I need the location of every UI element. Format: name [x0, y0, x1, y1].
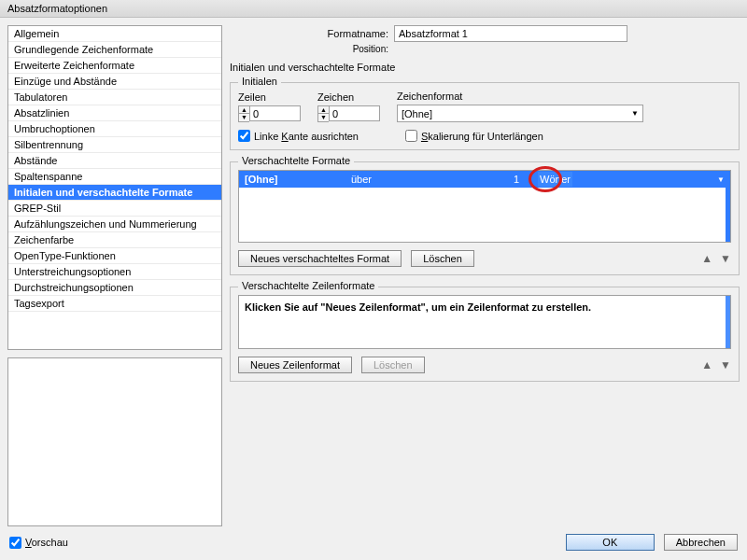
sidebar-item[interactable]: Unterstreichungsoptionen	[8, 264, 221, 280]
section-title: Initialen und verschachtelte Formate	[230, 62, 740, 73]
cancel-button[interactable]: Abbrechen	[664, 534, 738, 551]
main-panel: Formatname: Position: Initialen und vers…	[230, 25, 740, 526]
nested-format-row[interactable]: [Ohne] über 1 Wörter ▼	[239, 171, 730, 188]
sidebar-item[interactable]: Erweiterte Zeichenformate	[8, 58, 221, 74]
zeichenformat-select[interactable]: [Ohne] ▼	[397, 105, 643, 122]
preview-checkbox[interactable]: Vorschau	[9, 537, 68, 549]
zeichen-input[interactable]	[329, 105, 380, 121]
sidebar-item[interactable]: Aufzählungszeichen und Nummerierung	[8, 217, 221, 232]
left-edge-check-input[interactable]	[238, 130, 250, 142]
dialog-footer: Vorschau OK Abbrechen	[0, 526, 747, 560]
zeilen-input[interactable]	[249, 105, 301, 121]
preview-area	[7, 357, 222, 526]
sidebar-item[interactable]: Silbentrennung	[8, 137, 221, 153]
new-nested-format-button[interactable]: Neues verschachteltes Format	[238, 250, 402, 267]
zeilen-label: Zeilen	[238, 91, 301, 103]
nested-legend: Verschachtelte Formate	[238, 155, 354, 166]
sidebar-item[interactable]: Grundlegende Zeichenformate	[8, 42, 221, 58]
dialog-window: Absatzformatoptionen AllgemeinGrundlegen…	[0, 0, 747, 560]
sidebar-item[interactable]: Spaltenspanne	[8, 169, 221, 185]
new-line-format-button[interactable]: Neues Zeilenformat	[238, 357, 352, 373]
zeichen-label: Zeichen	[317, 91, 380, 103]
nested-row-through[interactable]: über	[351, 174, 444, 185]
sidebar-item[interactable]: Durchstreichungsoptionen	[8, 280, 221, 296]
sidebar: AllgemeinGrundlegende ZeichenformateErwe…	[7, 25, 222, 526]
zeichen-spinner[interactable]: ▲▼	[317, 105, 329, 122]
selection-bar	[726, 171, 730, 242]
nested-lines-legend: Verschachtelte Zeilenformate	[238, 280, 378, 291]
sidebar-item[interactable]: Umbruchoptionen	[8, 121, 221, 137]
zeilen-spinner[interactable]: ▲▼	[238, 105, 249, 122]
chevron-down-icon: ▼	[631, 109, 639, 118]
chevron-down-icon[interactable]: ▼	[717, 175, 725, 184]
move-up-icon[interactable]: ▲	[701, 358, 712, 371]
position-label: Position:	[286, 44, 388, 54]
sidebar-item[interactable]: Einzüge und Abstände	[8, 74, 221, 90]
nested-lines-placeholder: Klicken Sie auf "Neues Zeilenformat", um…	[245, 301, 591, 313]
spinner-up-icon[interactable]: ▲	[239, 106, 249, 114]
delete-nested-format-button[interactable]: Löschen	[411, 250, 474, 267]
spinner-down-icon[interactable]: ▼	[239, 114, 249, 121]
category-list[interactable]: AllgemeinGrundlegende ZeichenformateErwe…	[7, 25, 222, 350]
sidebar-item[interactable]: Zeichenfarbe	[8, 232, 221, 248]
sidebar-item[interactable]: Initialen und verschachtelte Formate	[8, 185, 221, 201]
nested-row-unit[interactable]: Wörter	[538, 172, 572, 187]
formatname-input[interactable]	[394, 25, 627, 42]
spinner-up-icon[interactable]: ▲	[318, 106, 329, 114]
move-up-icon[interactable]: ▲	[701, 252, 712, 265]
sidebar-item[interactable]: Tabulatoren	[8, 90, 221, 105]
scale-check-input[interactable]	[405, 130, 417, 142]
spinner-down-icon[interactable]: ▼	[318, 114, 329, 121]
sidebar-item[interactable]: GREP-Stil	[8, 201, 221, 217]
nested-lines-fieldset: Verschachtelte Zeilenformate Klicken Sie…	[230, 287, 740, 382]
sidebar-item[interactable]: Abstände	[8, 153, 221, 169]
scale-descenders-checkbox[interactable]: Skalierung für Unterlängen	[405, 130, 543, 142]
nested-row-format[interactable]: [Ohne]	[239, 174, 351, 185]
selection-bar	[726, 296, 730, 348]
nested-lines-list[interactable]: Klicken Sie auf "Neues Zeilenformat", um…	[238, 295, 731, 349]
sidebar-item[interactable]: OpenType-Funktionen	[8, 248, 221, 264]
formatname-label: Formatname:	[286, 28, 388, 39]
dialog-body: AllgemeinGrundlegende ZeichenformateErwe…	[0, 18, 747, 526]
window-title: Absatzformatoptionen	[0, 0, 747, 18]
move-down-icon[interactable]: ▼	[720, 252, 731, 265]
sidebar-item[interactable]: Tagsexport	[8, 296, 221, 312]
sidebar-item[interactable]: Absatzlinien	[8, 105, 221, 121]
preview-check-input[interactable]	[9, 537, 21, 549]
zeichenformat-label: Zeichenformat	[397, 91, 643, 102]
sidebar-item[interactable]: Allgemein	[8, 26, 221, 42]
left-edge-checkbox[interactable]: Linke Kante ausrichten	[238, 130, 359, 142]
initials-fieldset: Initialen Zeilen ▲▼ Zeichen ▲▼	[230, 82, 740, 150]
nested-formats-fieldset: Verschachtelte Formate [Ohne] über 1 Wör…	[230, 161, 740, 275]
nested-row-count[interactable]: 1	[444, 174, 538, 185]
delete-line-format-button[interactable]: Löschen	[361, 357, 425, 373]
ok-button[interactable]: OK	[566, 534, 655, 551]
nested-formats-list[interactable]: [Ohne] über 1 Wörter ▼	[238, 170, 731, 243]
initials-legend: Initialen	[238, 76, 281, 87]
move-down-icon[interactable]: ▼	[720, 358, 731, 371]
zeichenformat-value: [Ohne]	[402, 108, 432, 119]
